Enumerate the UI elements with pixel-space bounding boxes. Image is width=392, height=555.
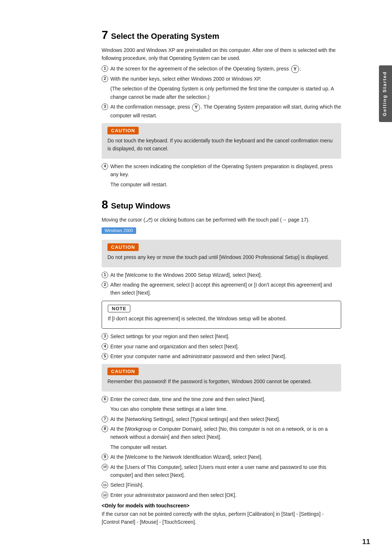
section7-step4: 4 When the screen indicating the complet… xyxy=(102,162,341,179)
page: Getting Started 7 Select the Operating S… xyxy=(0,0,392,555)
step4-text: When the screen indicating the completio… xyxy=(110,162,341,179)
s8-step8-num: 8 xyxy=(102,426,108,432)
touchscreen-text: If the cursor can not be pointed correct… xyxy=(102,510,341,526)
page-number: 11 xyxy=(362,538,370,546)
s8-step12-text: Enter your administrator password and th… xyxy=(110,491,341,499)
section7-intro: Windows 2000 and Windows XP are preinsta… xyxy=(102,46,341,62)
section7-step3: 3 At the confirmation message, press Y. … xyxy=(102,103,341,119)
caution2-label: CAUTION xyxy=(107,243,139,251)
section8-intro: Moving the cursor (⎇) or clicking button… xyxy=(102,216,341,224)
caution2-text: Do not press any key or move the touch p… xyxy=(107,253,335,261)
section8-step11: 11 Select [Finish]. xyxy=(102,481,341,489)
s8-step7-text: At the [Networking Settings], select [Ty… xyxy=(110,415,341,423)
s8-step7-num: 7 xyxy=(102,416,108,422)
section7-caution1: CAUTION Do not touch the keyboard. If yo… xyxy=(102,123,341,159)
section7-number: 7 xyxy=(102,29,108,41)
section8-caution1: CAUTION Do not press any key or move the… xyxy=(102,240,341,267)
section8-step8: 8 At the [Workgroup or Computer Domain],… xyxy=(102,425,341,441)
s8-step5-text: Enter your computer name and administrat… xyxy=(110,352,341,360)
step2-num: 2 xyxy=(102,76,108,82)
section8: 8 Setup Windows Moving the cursor (⎇) or… xyxy=(102,199,341,526)
s8-step12-num: 12 xyxy=(102,492,108,498)
step1-num: 1 xyxy=(102,65,108,72)
caution1-label: CAUTION xyxy=(107,127,139,134)
section8-step3: 3 Select settings for your region and th… xyxy=(102,332,341,340)
s8-step10-text: At the [Users of This Computer], select … xyxy=(110,463,341,479)
s8-step3-num: 3 xyxy=(102,333,108,340)
s8-step3-text: Select settings for your region and then… xyxy=(110,332,341,340)
s8-step6-text: Enter the correct date, time and the tim… xyxy=(110,395,341,403)
s8-step9-num: 9 xyxy=(102,454,108,460)
step4-num: 4 xyxy=(102,163,108,170)
section8-step5: 5 Enter your computer name and administr… xyxy=(102,352,341,360)
s8-step8-text: At the [Workgroup or Computer Domain], s… xyxy=(110,425,341,441)
step8-extra: The computer will restart. xyxy=(110,443,341,451)
section8-step10: 10 At the [Users of This Computer], sele… xyxy=(102,463,341,479)
windows-badge: Windows 2000 xyxy=(102,227,136,234)
s8-step2-text: After reading the agreement, select [I a… xyxy=(110,281,341,297)
s8-step11-num: 11 xyxy=(102,482,108,488)
section8-title: 8 Setup Windows xyxy=(102,199,341,211)
s8-step1-text: At the [Welcome to the Windows 2000 Setu… xyxy=(110,271,341,279)
s8-step5-num: 5 xyxy=(102,353,108,360)
y-key-2: Y xyxy=(192,104,200,112)
y-key-1: Y xyxy=(291,65,299,73)
section7: 7 Select the Operating System Windows 20… xyxy=(102,29,341,189)
section8-step9: 9 At the [Welcome to the Network Identif… xyxy=(102,453,341,461)
caution1-text: Do not touch the keyboard. If you accide… xyxy=(107,137,335,153)
section8-step1: 1 At the [Welcome to the Windows 2000 Se… xyxy=(102,271,341,279)
s8-step4-num: 4 xyxy=(102,343,108,350)
section8-step2: 2 After reading the agreement, select [I… xyxy=(102,281,341,297)
sidebar-tab: Getting Started xyxy=(379,65,392,122)
section7-step1: 1 At the screen for the agreement of the… xyxy=(102,65,341,73)
section7-title: 7 Select the Operating System xyxy=(102,29,341,41)
section8-step12: 12 Enter your administrator password and… xyxy=(102,491,341,499)
sidebar-tab-label: Getting Started xyxy=(382,71,387,116)
touchscreen-title: <Only for models with touchscreen> xyxy=(102,503,341,509)
s8-step1-num: 1 xyxy=(102,272,108,278)
note1-text: If [I don't accept this agreement] is se… xyxy=(108,315,335,323)
step3-num: 3 xyxy=(102,104,108,110)
caution3-label: CAUTION xyxy=(107,368,139,375)
s8-step11-text: Select [Finish]. xyxy=(110,481,341,489)
note1-label: NOTE xyxy=(108,305,130,312)
s8-step6-num: 6 xyxy=(102,396,108,402)
content-area: 7 Select the Operating System Windows 20… xyxy=(102,29,341,526)
section8-number: 8 xyxy=(102,199,108,210)
section8-step7: 7 At the [Networking Settings], select [… xyxy=(102,415,341,423)
section8-note1: NOTE If [I don't accept this agreement] … xyxy=(102,301,341,329)
caution3-text: Remember this password! If the password … xyxy=(107,377,335,385)
section7-indent1: (The selection of the Operating System i… xyxy=(110,85,341,101)
step1-text: At the screen for the agreement of the s… xyxy=(110,65,341,73)
section8-title-text: Setup Windows xyxy=(111,201,171,211)
section8-caution2: CAUTION Remember this password! If the p… xyxy=(102,364,341,391)
section8-step6: 6 Enter the correct date, time and the t… xyxy=(102,395,341,403)
s8-step2-num: 2 xyxy=(102,281,108,288)
step2-text: With the number keys, select either Wind… xyxy=(110,75,341,83)
step3-text: At the confirmation message, press Y. Th… xyxy=(110,103,341,119)
section7-title-text: Select the Operating System xyxy=(111,32,219,41)
section7-restart: The computer will restart. xyxy=(110,181,341,189)
s8-step4-text: Enter your name and organization and the… xyxy=(110,343,341,351)
section7-step2: 2 With the number keys, select either Wi… xyxy=(102,75,341,83)
section8-step4: 4 Enter your name and organization and t… xyxy=(102,343,341,351)
s8-step10-num: 10 xyxy=(102,464,108,470)
s8-step9-text: At the [Welcome to the Network Identific… xyxy=(110,453,341,461)
step6-extra: You can also complete these settings at … xyxy=(110,405,341,413)
